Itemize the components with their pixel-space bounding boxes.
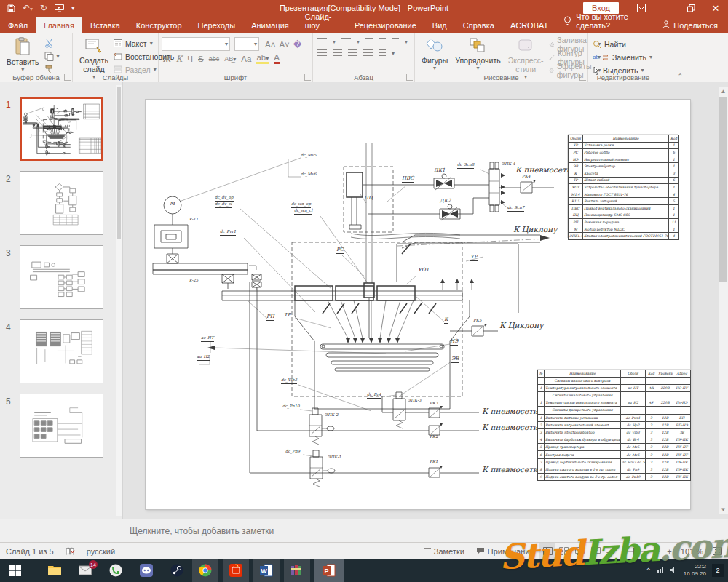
restore-button[interactable] — [678, 0, 703, 16]
taskbar-word-icon[interactable]: W — [253, 559, 280, 582]
slide-thumbnail-2[interactable] — [20, 171, 103, 235]
shapes-button[interactable]: Фигуры▾ — [418, 36, 451, 73]
tray-volume-icon[interactable] — [670, 567, 678, 575]
notes-pane[interactable]: Щелкните, чтобы добавить заметки — [0, 519, 728, 542]
numbering-icon[interactable] — [341, 38, 351, 45]
thumbnail-scrollbar[interactable] — [116, 85, 122, 516]
tab-file[interactable]: Файл — [0, 17, 36, 33]
underline-button[interactable]: Ч — [187, 55, 193, 63]
tab-review[interactable]: Рецензирование — [347, 17, 424, 33]
cell: 3 — [538, 428, 545, 436]
vertical-scrollbar[interactable]: ▲ ▼ — [719, 87, 728, 514]
font-size-combo[interactable]: ▾ — [234, 37, 259, 51]
character-spacing-button[interactable]: АВ̲▾ — [224, 55, 236, 63]
tab-slideshow[interactable]: Слайд-шоу — [297, 9, 347, 33]
font-name-combo[interactable]: ▾ — [162, 37, 230, 51]
qat-customize-icon[interactable]: ▾ — [71, 5, 74, 12]
cut-button[interactable]: ▾ — [44, 38, 60, 49]
arrange-button[interactable]: Упорядочить▾ — [451, 36, 504, 73]
tray-network-icon[interactable] — [657, 567, 665, 575]
slide-editing-area[interactable]: dc_Mv5dc_Mv6Мк-1Тк-25dc_dv_opdc_dv_cldc_… — [146, 100, 690, 509]
italic-button[interactable]: К — [175, 54, 182, 64]
line-spacing-icon[interactable] — [392, 38, 399, 45]
taskbar-discord-icon[interactable] — [131, 559, 162, 582]
font-dialog-launcher[interactable] — [304, 74, 311, 81]
tray-clock[interactable]: 22:2 16.09.20 — [684, 563, 706, 578]
strikethrough2-button[interactable]: abc — [209, 55, 220, 63]
scroll-up-icon[interactable]: ▲ — [719, 87, 728, 96]
tab-home[interactable]: Главная — [36, 17, 82, 33]
clipboard-dialog-launcher[interactable] — [64, 74, 71, 81]
share-button[interactable]: Поделиться — [652, 17, 728, 33]
slide-thumbnail-4[interactable] — [20, 319, 103, 383]
drawing-dialog-launcher[interactable] — [579, 74, 586, 81]
columns-icon[interactable] — [379, 49, 386, 57]
slide-thumbnail-5[interactable] — [20, 394, 103, 458]
taskbar-powerpoint-icon[interactable]: P — [314, 559, 344, 582]
taskbar-utorrent-icon[interactable] — [100, 559, 131, 582]
taskbar-steam-icon[interactable] — [162, 559, 192, 582]
scroll-down-icon[interactable]: ▼ — [719, 505, 728, 514]
font-color-button[interactable]: А — [274, 53, 280, 64]
reading-view-button[interactable] — [571, 543, 587, 559]
tab-design[interactable]: Конструктор — [128, 17, 190, 33]
start-button[interactable] — [0, 559, 31, 582]
decrease-indent-icon[interactable] — [365, 38, 373, 45]
paragraph-dialog-launcher[interactable] — [406, 74, 413, 81]
change-case-button[interactable]: Аа — [241, 55, 251, 63]
align-right-icon[interactable] — [348, 49, 357, 57]
tab-animations[interactable]: Анимация — [243, 17, 297, 33]
shrink-font-icon[interactable]: А˅ — [279, 40, 289, 49]
zoom-slider-thumb[interactable] — [633, 548, 636, 555]
start-slideshow-icon[interactable] — [55, 4, 64, 12]
fit-to-window-button[interactable] — [709, 543, 725, 559]
comments-toggle[interactable]: Примечания — [470, 543, 540, 559]
find-button[interactable]: Найти — [593, 39, 654, 49]
bullets-icon[interactable] — [317, 38, 327, 45]
taskbar-explorer-icon[interactable] — [39, 559, 70, 582]
tab-transitions[interactable]: Переходы — [190, 17, 244, 33]
strikethrough-button[interactable]: S — [198, 55, 204, 63]
bold-button[interactable]: Ж — [163, 55, 170, 63]
close-button[interactable]: ✕ — [703, 0, 728, 16]
zoom-level[interactable]: 101 % — [675, 543, 709, 559]
notes-toggle[interactable]: Заметки — [418, 543, 470, 559]
paste-button[interactable]: Вставить ▾ — [3, 36, 43, 77]
zoom-slider[interactable] — [622, 551, 660, 552]
zoom-out-button[interactable]: — — [604, 547, 617, 556]
tray-chevron-icon[interactable]: ⌃ — [645, 567, 651, 575]
tab-view[interactable]: Вид — [424, 17, 455, 33]
slide-thumbnail-1[interactable] — [20, 97, 103, 161]
align-left-icon[interactable] — [317, 49, 327, 57]
align-center-icon[interactable] — [333, 49, 342, 57]
taskbar-chrome-icon[interactable] — [192, 559, 218, 582]
slide-thumbnail-3[interactable] — [20, 245, 103, 309]
tab-insert[interactable]: Вставка — [82, 17, 128, 33]
scrollbar-thumb[interactable] — [719, 97, 727, 282]
tab-help[interactable]: Справка — [455, 17, 502, 33]
slideshow-view-button[interactable] — [587, 543, 604, 559]
notification-badge[interactable]: 2 — [712, 564, 724, 577]
undo-icon[interactable]: ↶▾ — [23, 3, 33, 13]
taskbar-mail-icon[interactable]: 14 — [70, 559, 100, 582]
replace-button[interactable]: abЗаменить▾ — [593, 52, 654, 63]
text-highlight-button[interactable]: ab▾ — [256, 53, 269, 64]
spellcheck-icon[interactable] — [60, 543, 81, 559]
clear-formatting-icon[interactable]: � — [293, 39, 302, 49]
collapse-ribbon-icon[interactable]: ⌃ — [677, 73, 683, 80]
language-indicator[interactable]: русский — [81, 543, 121, 559]
grow-font-icon[interactable]: А˄ — [265, 40, 275, 49]
redo-icon[interactable]: ↻ — [40, 3, 47, 13]
save-icon[interactable] — [7, 4, 15, 12]
minimize-button[interactable]: — — [654, 0, 678, 16]
tab-acrobat[interactable]: ACROBAT — [502, 17, 556, 33]
copy-button[interactable]: ▾ — [44, 51, 60, 62]
slide-sorter-view-button[interactable] — [555, 543, 571, 559]
justify-icon[interactable] — [363, 49, 373, 57]
zoom-in-button[interactable]: + — [664, 547, 674, 556]
tell-me-box[interactable]: Что вы хотите сделать? — [556, 9, 652, 33]
normal-view-button[interactable] — [539, 543, 555, 559]
increase-indent-icon[interactable] — [379, 38, 386, 45]
taskbar-aliexpress-icon[interactable] — [223, 559, 249, 582]
taskbar-winrar-icon[interactable] — [284, 559, 310, 582]
